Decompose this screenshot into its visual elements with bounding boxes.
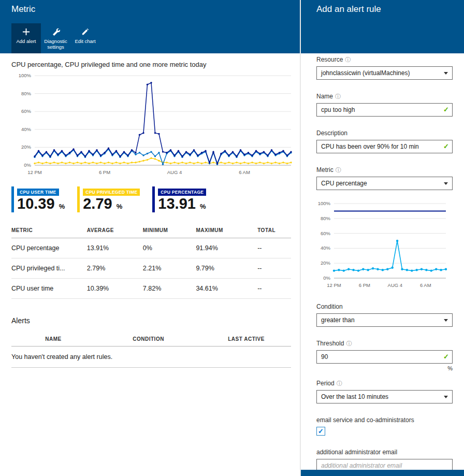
edit-chart-button[interactable]: Edit chart xyxy=(70,23,100,53)
metric-blade-header: Metric Add alert Diagnostic settings xyxy=(0,0,300,53)
tile-value: 10.39 % xyxy=(17,196,65,212)
svg-text:80%: 80% xyxy=(321,215,331,221)
column-header: AVERAGE xyxy=(87,223,143,238)
metrics-table: METRIC AVERAGE MINIMUM MAXIMUM TOTAL CPU… xyxy=(11,223,291,299)
table-row: CPU privileged ti... 2.79% 2.21% 9.79% -… xyxy=(11,258,291,279)
pencil-icon xyxy=(81,27,89,36)
alerts-table-header: NAME CONDITION LAST ACTIVE xyxy=(11,332,291,347)
cell-minimum: 2.21% xyxy=(143,258,196,279)
cell-metric: CPU user time xyxy=(11,279,87,299)
svg-text:6 AM: 6 AM xyxy=(420,282,431,288)
resource-select[interactable]: johnclassicwin (virtualMachines) xyxy=(316,66,453,80)
svg-text:40%: 40% xyxy=(321,245,331,251)
name-input[interactable] xyxy=(316,103,453,117)
tile-cpu-percentage[interactable]: CPU PERCENTAGE 13.91 % xyxy=(152,186,206,212)
cell-metric: CPU percentage xyxy=(11,238,87,258)
svg-text:80%: 80% xyxy=(21,91,32,96)
cell-minimum: 7.82% xyxy=(143,279,196,299)
metric-select[interactable]: CPU percentage xyxy=(316,177,453,190)
valid-check-icon: ✓ xyxy=(443,106,449,113)
email-admins-checkbox[interactable]: ✓ xyxy=(316,427,325,436)
cell-total: -- xyxy=(257,258,291,279)
blade-footer xyxy=(301,470,464,476)
threshold-field: Threshold ⓘ ✓ % xyxy=(316,340,452,371)
column-header: LAST ACTIVE xyxy=(201,336,291,342)
cell-average: 2.79% xyxy=(87,258,143,279)
command-bar: Add alert Diagnostic settings Edit chart xyxy=(0,23,300,53)
cell-maximum: 34.61% xyxy=(196,279,257,299)
add-alert-rule-blade: Add an alert rule Resource ⓘ johnclassic… xyxy=(300,0,464,476)
cell-total: -- xyxy=(257,238,291,258)
svg-text:6 AM: 6 AM xyxy=(239,169,250,175)
chevron-down-icon xyxy=(444,396,448,398)
tile-label: CPU PRIVILEGED TIME xyxy=(83,189,140,196)
svg-text:40%: 40% xyxy=(21,126,32,132)
threshold-unit: % xyxy=(316,365,453,371)
toolbar-button-label: Edit chart xyxy=(75,38,95,44)
chart-title: CPU percentage, CPU privileged time and … xyxy=(11,61,291,68)
valid-check-icon: ✓ xyxy=(443,353,449,360)
check-icon: ✓ xyxy=(318,428,324,435)
additional-email-field: additional administrator email xyxy=(316,449,452,470)
email-admins-field: email service and co-administrators ✓ xyxy=(316,416,452,436)
period-field: Period ⓘ Over the last 10 minutes xyxy=(316,380,452,403)
tile-value: 13.91 % xyxy=(158,196,206,212)
main-chart: 0%20%40%60%80%100%12 PM6 PMAUG 46 AM xyxy=(11,70,291,182)
svg-text:AUG 4: AUG 4 xyxy=(388,282,403,288)
azure-portal: Metric Add alert Diagnostic settings xyxy=(0,0,464,476)
threshold-input[interactable] xyxy=(316,350,453,364)
alert-rule-form: Resource ⓘ johnclassicwin (virtualMachin… xyxy=(301,53,464,470)
description-label: Description xyxy=(316,129,452,137)
name-label: Name ⓘ xyxy=(316,93,452,100)
column-header: TOTAL xyxy=(257,223,291,238)
add-alert-button[interactable]: Add alert xyxy=(11,23,41,53)
svg-text:AUG 4: AUG 4 xyxy=(167,169,182,175)
tile-cpu-privileged-time[interactable]: CPU PRIVILEGED TIME 2.79 % xyxy=(77,186,140,212)
info-icon: ⓘ xyxy=(346,341,352,347)
metric-label: Metric ⓘ xyxy=(316,166,452,174)
table-row: CPU percentage 13.91% 0% 91.94% -- xyxy=(11,238,291,258)
svg-text:100%: 100% xyxy=(19,73,32,78)
column-header: MAXIMUM xyxy=(196,223,257,238)
metrics-table-header-row: METRIC AVERAGE MINIMUM MAXIMUM TOTAL xyxy=(11,223,291,238)
cell-maximum: 9.79% xyxy=(196,258,257,279)
alerts-empty-message: You haven't created any alert rules. xyxy=(11,347,291,368)
column-header: MINIMUM xyxy=(143,223,196,238)
svg-text:12 PM: 12 PM xyxy=(27,169,42,175)
tile-color-bar xyxy=(152,186,155,212)
tile-color-bar xyxy=(77,186,80,212)
table-row: CPU user time 10.39% 7.82% 34.61% -- xyxy=(11,279,291,299)
page-title: Metric xyxy=(11,4,300,15)
tile-color-bar xyxy=(11,186,14,212)
additional-email-input[interactable] xyxy=(316,459,453,470)
svg-text:20%: 20% xyxy=(321,260,331,266)
info-icon: ⓘ xyxy=(345,57,351,63)
metric-field: Metric ⓘ CPU percentage xyxy=(316,166,452,190)
alerts-title: Alerts xyxy=(11,316,291,325)
additional-email-label: additional administrator email xyxy=(316,449,452,456)
column-header: CONDITION xyxy=(95,336,201,342)
svg-text:12 PM: 12 PM xyxy=(327,282,341,288)
tile-cpu-user-time[interactable]: CPU USER TIME 10.39 % xyxy=(11,186,65,212)
period-select[interactable]: Over the last 10 minutes xyxy=(316,390,453,403)
cell-maximum: 91.94% xyxy=(196,238,257,258)
cell-metric: CPU privileged ti... xyxy=(11,258,87,279)
condition-field: Condition greater than xyxy=(316,303,452,327)
metric-tiles: CPU USER TIME 10.39 % CPU PRIVILEGED TIM… xyxy=(11,186,291,212)
condition-label: Condition xyxy=(316,303,452,310)
mini-chart: 0%20%40%60%80%100%12 PM6 PMAUG 46 AM xyxy=(313,196,452,298)
cell-average: 10.39% xyxy=(87,279,143,299)
email-admins-label: email service and co-administrators xyxy=(316,416,452,424)
diagnostic-settings-button[interactable]: Diagnostic settings xyxy=(41,23,70,53)
svg-text:60%: 60% xyxy=(21,108,32,114)
description-field: Description ✓ xyxy=(316,129,452,153)
toolbar-button-label: Diagnostic settings xyxy=(41,38,70,50)
svg-text:6 PM: 6 PM xyxy=(359,282,370,288)
chevron-down-icon xyxy=(444,182,448,185)
column-header: NAME xyxy=(11,336,95,342)
condition-select[interactable]: greater than xyxy=(316,313,453,327)
description-input[interactable] xyxy=(316,140,453,153)
resource-label: Resource ⓘ xyxy=(316,56,452,63)
tile-label: CPU USER TIME xyxy=(17,189,59,196)
cell-total: -- xyxy=(257,279,291,299)
